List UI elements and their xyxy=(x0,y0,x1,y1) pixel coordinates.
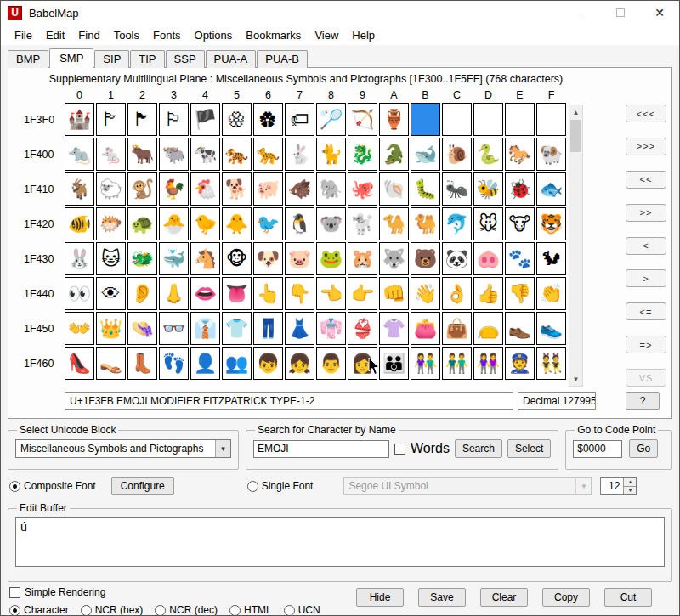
clear-button[interactable]: Clear xyxy=(480,588,528,607)
char-cell[interactable]: 🐹 xyxy=(348,242,377,275)
char-cell[interactable]: 🐂 xyxy=(128,138,157,171)
char-cell[interactable]: 🏵 xyxy=(222,103,252,136)
tab-pua-b[interactable]: PUA-B xyxy=(257,50,308,68)
char-cell[interactable]: 🐳 xyxy=(159,242,189,275)
go-button[interactable]: Go xyxy=(629,439,658,458)
char-cell[interactable]: 👪 xyxy=(379,347,409,380)
char-cell[interactable]: 🐕 xyxy=(222,172,252,206)
close-button[interactable]: ✕ xyxy=(640,1,679,25)
scroll-down-button[interactable]: ▼ xyxy=(570,372,582,386)
char-cell[interactable]: 🐘 xyxy=(316,172,346,206)
cut-button[interactable]: Cut xyxy=(604,588,652,607)
unicode-block-combobox[interactable]: Miscellaneous Symbols and Pictographs ▼ xyxy=(15,439,231,458)
char-cell[interactable]: 👇 xyxy=(285,277,314,310)
char-cell[interactable]: 👢 xyxy=(128,347,157,380)
menu-fonts[interactable]: Fonts xyxy=(146,26,188,44)
char-cell[interactable]: 🐧 xyxy=(285,207,314,240)
search-button[interactable]: Search xyxy=(455,439,502,458)
nav-first-page-button[interactable]: <<< xyxy=(626,105,666,122)
char-cell[interactable]: 👆 xyxy=(253,277,283,310)
char-cell[interactable]: 🐱 xyxy=(96,242,126,275)
char-cell[interactable]: 🐦 xyxy=(253,207,283,240)
char-cell[interactable]: 👍 xyxy=(473,277,503,310)
char-cell[interactable]: 👧 xyxy=(285,347,314,380)
single-font-radio[interactable] xyxy=(247,481,258,492)
output-mode-ncr-dec[interactable]: NCR (dec) xyxy=(155,604,218,616)
char-cell[interactable]: 🏺 xyxy=(379,103,409,136)
char-cell[interactable]: 🐌 xyxy=(442,138,472,171)
minimize-button[interactable]: – xyxy=(562,1,601,25)
char-cell[interactable]: 🐝 xyxy=(473,172,503,206)
char-cell[interactable]: 🐥 xyxy=(222,207,252,240)
spin-up-icon[interactable]: ▲ xyxy=(624,478,636,486)
char-cell[interactable]: 👟 xyxy=(536,312,566,345)
char-cell[interactable]: 🐽 xyxy=(473,242,503,275)
char-cell[interactable]: 🐢 xyxy=(128,207,157,240)
char-cell[interactable]: 🐁 xyxy=(96,138,126,171)
char-cell[interactable]: 🐻 xyxy=(411,242,440,275)
char-cell[interactable]: 🐊 xyxy=(379,138,409,171)
char-cell[interactable]: 👗 xyxy=(285,312,314,345)
char-cell[interactable]: 🐨 xyxy=(316,207,346,240)
char-cell[interactable]: 🏲 xyxy=(128,103,157,136)
char-cell[interactable]: 🐗 xyxy=(285,172,314,206)
char-cell[interactable]: 👙 xyxy=(348,312,377,345)
nav-last-page-button[interactable]: >>> xyxy=(626,138,666,155)
char-cell[interactable]: 🏳 xyxy=(159,103,189,136)
char-cell[interactable]: 👩 xyxy=(348,347,377,380)
char-cell[interactable]: 🐵 xyxy=(222,242,252,275)
menu-view[interactable]: View xyxy=(308,26,345,44)
char-cell[interactable]: 👎 xyxy=(505,277,535,310)
menu-help[interactable]: Help xyxy=(345,26,382,44)
char-cell[interactable]: 🐰 xyxy=(65,242,94,275)
char-cell[interactable]: 🐴 xyxy=(190,242,220,275)
menu-find[interactable]: Find xyxy=(71,26,106,44)
simple-rendering-checkbox[interactable] xyxy=(9,587,20,598)
output-mode-html[interactable]: HTML xyxy=(230,604,272,616)
char-cell[interactable]: 🏴 xyxy=(190,103,220,136)
char-cell[interactable]: 👠 xyxy=(65,347,94,380)
char-cell[interactable]: 🐟 xyxy=(536,172,566,206)
char-cell[interactable]: 👉 xyxy=(348,277,377,310)
char-cell[interactable]: 🐬 xyxy=(442,207,472,240)
output-mode-ncr-hex[interactable]: NCR (hex) xyxy=(81,604,144,616)
char-cell[interactable] xyxy=(442,103,472,136)
simple-rendering-item[interactable]: Simple Rendering xyxy=(9,586,320,598)
char-cell[interactable]: 🐚 xyxy=(379,172,409,206)
nav-prev-char-button[interactable]: <= xyxy=(626,302,666,320)
char-cell[interactable]: 🐖 xyxy=(253,172,283,206)
nav-prev-page-button[interactable]: < xyxy=(626,237,666,255)
char-cell[interactable]: 🐋 xyxy=(411,138,440,171)
char-cell[interactable]: 🐿 xyxy=(536,242,566,275)
char-cell[interactable]: 👤 xyxy=(190,347,220,380)
char-cell[interactable]: 🏱 xyxy=(96,103,126,136)
char-cell[interactable]: 👭 xyxy=(473,347,503,380)
char-cell[interactable]: 🏷 xyxy=(285,103,314,136)
scroll-track[interactable] xyxy=(570,153,582,372)
char-cell[interactable]: 👔 xyxy=(190,312,220,345)
char-cell[interactable]: 👏 xyxy=(536,277,566,310)
char-cell[interactable]: 🐞 xyxy=(505,172,535,206)
char-cell[interactable]: 🏶 xyxy=(253,103,283,136)
char-cell[interactable]: 🏸 xyxy=(316,103,346,136)
char-cell[interactable]: 👯 xyxy=(536,347,566,380)
tab-pua-a[interactable]: PUA-A xyxy=(206,50,257,68)
char-cell[interactable]: 🐏 xyxy=(536,138,566,171)
grid-scrollbar[interactable]: ▲ ▼ xyxy=(569,105,583,387)
char-cell[interactable]: 👬 xyxy=(442,347,472,380)
char-cell[interactable]: 👒 xyxy=(128,312,157,345)
char-cell[interactable]: 🐄 xyxy=(190,138,220,171)
char-cell[interactable]: 🐯 xyxy=(536,207,566,240)
scroll-up-button[interactable]: ▲ xyxy=(570,105,582,119)
char-cell[interactable]: 🐼 xyxy=(442,242,472,275)
composite-font-radio[interactable] xyxy=(9,481,20,492)
codepoint-input[interactable] xyxy=(573,440,622,458)
char-cell[interactable]: 🏹 xyxy=(348,103,377,136)
font-size-value[interactable]: 12 xyxy=(601,478,623,494)
char-cell[interactable]: 🐺 xyxy=(379,242,409,275)
char-cell[interactable]: 👜 xyxy=(442,312,472,345)
char-cell[interactable]: 👌 xyxy=(442,277,472,310)
char-cell[interactable]: 🐪 xyxy=(379,207,409,240)
tab-smp[interactable]: SMP xyxy=(49,48,94,68)
char-cell[interactable]: 👮 xyxy=(505,347,535,380)
